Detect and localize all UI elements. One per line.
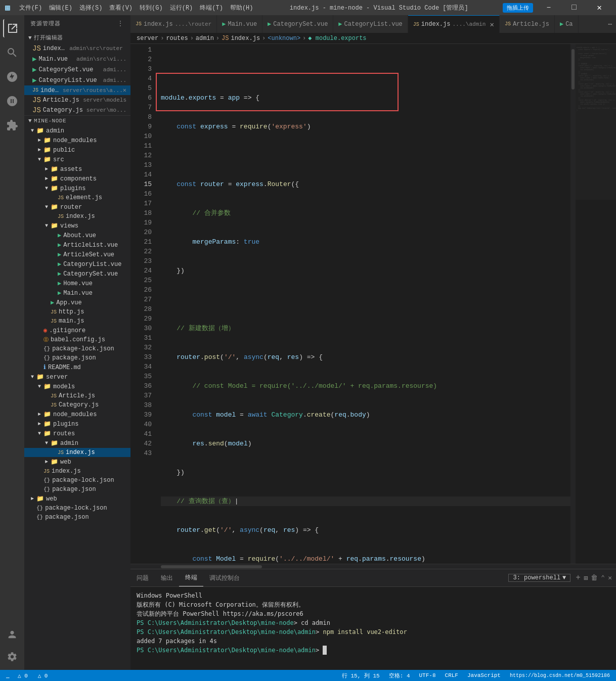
status-line-endings[interactable]: CRLF [443, 672, 460, 678]
minimize-button[interactable]: – [537, 0, 560, 15]
tab-index-router[interactable]: JS index.js ....\router [130, 15, 217, 33]
menu-help[interactable]: 帮助(H) [228, 4, 255, 12]
tree-article-js[interactable]: JS Article.js [24, 391, 130, 400]
tree-assets[interactable]: ► 📁 assets [24, 164, 130, 174]
tree-root-package-lock[interactable]: {} package-lock.json [24, 504, 130, 513]
status-encoding[interactable]: UTF-8 [417, 672, 438, 678]
tree-admin-folder[interactable]: ▼ 📁 admin [24, 126, 130, 135]
tree-articlelist-vue[interactable]: ▶ ArticleList.vue [24, 240, 130, 250]
tree-routes[interactable]: ▼ 📁 routes [24, 429, 130, 438]
menu-file[interactable]: 文件(F) [17, 4, 45, 12]
menu-goto[interactable]: 转到(G) [138, 4, 165, 12]
tree-server-folder[interactable]: ▼ 📁 server [24, 372, 130, 382]
code-editor[interactable]: 1 2 3 4 5 6 7 8 9 10 11 12 13 14 15 16 1 [130, 44, 616, 564]
tree-categorylist-vue[interactable]: ▶ CategoryList.vue [24, 259, 130, 269]
tab-main-vue[interactable]: ▶ Main.vue [217, 15, 262, 33]
explorer-icon[interactable] [3, 19, 21, 37]
extensions-icon[interactable] [3, 116, 21, 134]
tab-article[interactable]: JS Article.js [500, 15, 555, 33]
open-editor-article[interactable]: JS Article.js server\models [24, 95, 130, 105]
scrollbar-thumb[interactable] [571, 49, 575, 89]
open-editor-index-admin[interactable]: JS index.js server\routes\a... ✕ [24, 85, 130, 95]
open-editors-toggle[interactable]: ▼ 打开编辑器 [24, 32, 130, 43]
tree-routes-admin[interactable]: ▼ 📁 admin [24, 438, 130, 448]
tree-category-js[interactable]: JS Category.js [24, 400, 130, 410]
code-content[interactable]: module.exports = app => { const express … [156, 44, 570, 564]
tree-babel-config[interactable]: ⓪ babel.config.js [24, 335, 130, 344]
tree-plugins[interactable]: ▼ 📁 plugins [24, 184, 130, 193]
breadcrumb-unknown[interactable]: <unknown> [268, 35, 300, 42]
horizontal-scrollbar[interactable] [130, 564, 616, 569]
split-terminal-icon[interactable]: ⊞ [584, 574, 588, 582]
tab-categoryset[interactable]: ▶ CategorySet.vue [262, 15, 333, 33]
tab-ca[interactable]: ▶ Ca [555, 15, 579, 33]
open-editor-index-router[interactable]: JS index.js admin\src\router ✕ [24, 43, 130, 54]
tree-readme[interactable]: ℹ README.md [24, 362, 130, 372]
panel-tab-terminal[interactable]: 终端 [179, 569, 203, 586]
tab-close-icon[interactable]: ✕ [490, 20, 494, 29]
status-spaces[interactable]: 空格: 4 [387, 672, 412, 679]
h-scrollbar-thumb[interactable] [161, 565, 262, 568]
breadcrumb-module-exports[interactable]: ◆ module.exports [308, 34, 366, 42]
tree-http-js[interactable]: JS http.js [24, 307, 130, 316]
tree-articleset-vue[interactable]: ▶ ArticleSet.vue [24, 250, 130, 259]
terminal-dropdown[interactable]: 3: powershell ▼ [508, 574, 570, 582]
tree-server-package-json[interactable]: {} package.json [24, 485, 130, 494]
vertical-scrollbar[interactable] [570, 44, 576, 564]
tab-index-admin[interactable]: JS index.js ....\admin ✕ [408, 15, 500, 33]
window-controls[interactable]: – □ ✕ [537, 0, 611, 15]
status-cursor-position[interactable]: 行 15, 列 15 [340, 672, 382, 679]
tree-server-plugins[interactable]: ► 📁 plugins [24, 419, 130, 429]
tree-about-vue[interactable]: ▶ About.vue [24, 231, 130, 240]
tree-models[interactable]: ▼ 📁 models [24, 382, 130, 391]
tree-home-vue[interactable]: ▶ Home.vue [24, 279, 130, 288]
collapse-panel-icon[interactable]: ⌃ [601, 574, 605, 582]
tree-web-root[interactable]: ► 📁 web [24, 494, 130, 504]
tree-root-package-json[interactable]: {} package.json [24, 513, 130, 522]
panel-tab-output[interactable]: 输出 [155, 569, 179, 586]
settings-icon[interactable] [3, 648, 21, 666]
source-control-icon[interactable] [3, 68, 21, 86]
open-editor-category[interactable]: JS Category.js server\mo... [24, 105, 130, 115]
open-editor-categoryset[interactable]: ▶ CategorySet.vue admi... [24, 64, 130, 75]
tree-node-modules[interactable]: ► 📁 node_modules [24, 135, 130, 145]
tree-router-index[interactable]: JS index.js [24, 212, 130, 221]
status-errors[interactable]: △ 0 △ 0 [16, 672, 50, 679]
tree-server-package-lock[interactable]: {} package-lock.json [24, 476, 130, 485]
tree-gitignore[interactable]: ◉ .gitignore [24, 326, 130, 335]
tree-router-folder[interactable]: ▼ 📁 router [24, 202, 130, 212]
menu-view[interactable]: 查看(V) [107, 4, 135, 12]
close-button[interactable]: ✕ [588, 0, 611, 15]
menu-edit[interactable]: 编辑(E) [47, 4, 74, 12]
tree-views[interactable]: ▼ 📁 views [24, 221, 130, 231]
breadcrumb-routes[interactable]: routes [166, 35, 188, 42]
upload-button[interactable]: 拖插上传 [503, 3, 533, 13]
menu-select[interactable]: 选择(S) [77, 4, 105, 12]
tree-package-lock-1[interactable]: {} package-lock.json [24, 344, 130, 353]
tree-element-js[interactable]: JS element.js [24, 193, 130, 202]
status-language[interactable]: JavaScript [465, 672, 503, 678]
tree-public[interactable]: ► 📁 public [24, 145, 130, 155]
add-terminal-icon[interactable]: + [576, 573, 581, 582]
tree-routes-web[interactable]: ► 📁 web [24, 457, 130, 467]
maximize-button[interactable]: □ [562, 0, 586, 15]
search-icon[interactable] [3, 43, 21, 62]
close-icon[interactable]: ✕ [123, 86, 126, 94]
open-editor-categorylist[interactable]: ▶ CategoryList.vue admi... [24, 75, 130, 85]
tree-routes-admin-index[interactable]: JS index.js [24, 448, 130, 457]
tree-main-js[interactable]: JS main.js [24, 316, 130, 326]
trash-icon[interactable]: 🗑 [591, 574, 598, 582]
close-panel-icon[interactable]: ✕ [608, 574, 612, 582]
breadcrumb-index-js[interactable]: index.js [231, 35, 260, 42]
breadcrumb-admin[interactable]: admin [196, 35, 214, 42]
panel-tab-problems[interactable]: 问题 [130, 569, 155, 586]
tree-main-vue[interactable]: ▶ Main.vue [24, 288, 130, 298]
menu-run[interactable]: 运行(R) [168, 4, 195, 12]
tree-server-node-modules[interactable]: ► 📁 node_modules [24, 410, 130, 419]
tree-package-json-1[interactable]: {} package.json [24, 353, 130, 362]
panel-tab-debug-console[interactable]: 调试控制台 [203, 569, 246, 586]
tab-more-button[interactable]: ⋯ [604, 15, 616, 33]
project-root-toggle[interactable]: ▼ MINE-NODE [24, 116, 130, 126]
menu-terminal[interactable]: 终端(T) [198, 4, 225, 12]
title-menu[interactable]: 文件(F) 编辑(E) 选择(S) 查看(V) 转到(G) 运行(R) 终端(T… [17, 4, 255, 12]
